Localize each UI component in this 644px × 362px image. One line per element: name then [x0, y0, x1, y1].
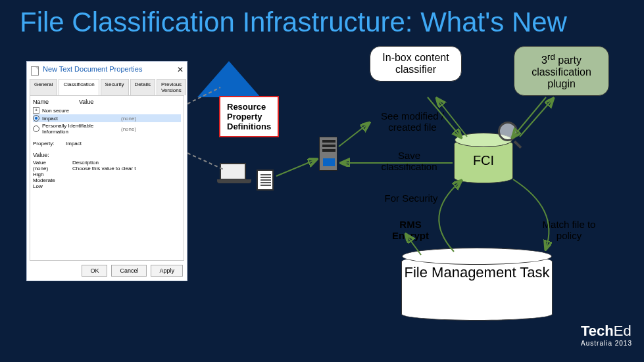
tab-classification[interactable]: Classification	[59, 79, 99, 95]
page-title: File Classification Infrastructure: What…	[0, 0, 644, 38]
prop-value: (none)	[121, 126, 136, 132]
tab-security[interactable]: Security	[101, 79, 129, 95]
value-label: Value:	[33, 152, 181, 158]
see-modified-label: See modified / created file	[366, 110, 458, 133]
value-option[interactable]: Low	[33, 183, 181, 189]
classification-panel: Name Value + Non secure Impact (none) Pe…	[30, 95, 184, 261]
fci-label: FCI	[454, 153, 513, 168]
save-classification-label: Save classification	[373, 150, 445, 172]
prop-name: Impact	[42, 116, 121, 122]
file-management-task-label: File Management Task	[401, 265, 553, 281]
value-option[interactable]: (none)Choose this value to clear t	[33, 166, 181, 171]
opt-col-value: Value	[33, 160, 72, 166]
close-icon[interactable]: ✕	[177, 65, 184, 74]
prop-value: (none)	[121, 116, 136, 122]
rms-encrypt-label: RMS Encrypt	[387, 219, 433, 241]
file-icon	[257, 170, 274, 191]
prop-row[interactable]: Impact (none)	[33, 114, 181, 122]
value-option[interactable]: High	[33, 171, 181, 177]
magnifier-icon	[498, 122, 518, 141]
ok-button[interactable]: OK	[82, 265, 107, 277]
svg-line-3	[339, 124, 368, 147]
laptop-icon	[217, 163, 249, 185]
server-icon	[319, 137, 337, 171]
property-label: Property:	[33, 141, 66, 147]
col-value: Value	[79, 99, 93, 105]
value-option[interactable]: Moderate	[33, 177, 181, 183]
for-security-label: For Security	[375, 192, 447, 204]
properties-dialog: New Text Document Properties ✕ General C…	[26, 61, 187, 281]
prop-row[interactable]: Personally Identifiable Information (non…	[33, 122, 181, 135]
tab-general[interactable]: General	[30, 79, 57, 95]
col-name: Name	[33, 99, 79, 105]
prop-name: Non secure	[42, 108, 121, 114]
value-options: Value Description (none)Choose this valu…	[33, 160, 181, 189]
prop-row[interactable]: + Non secure	[33, 106, 181, 114]
tab-previous-versions[interactable]: Previous Versions	[157, 79, 186, 95]
dialog-title: New Text Document Properties	[27, 62, 187, 76]
match-policy-label: Match file to policy	[530, 219, 608, 241]
property-value: Impact	[66, 141, 82, 147]
tab-strip: General Classification Security Details …	[30, 79, 184, 95]
apply-button[interactable]: Apply	[151, 265, 183, 277]
thirdparty-plugin-node: 3rd party classification plugin	[514, 46, 609, 96]
teched-brand: TechEd Australia 2013	[581, 323, 632, 347]
diagram-canvas: New Text Document Properties ✕ General C…	[0, 38, 644, 353]
prop-name: Personally Identifiable Information	[42, 123, 121, 135]
tab-details[interactable]: Details	[130, 79, 155, 95]
svg-line-2	[276, 160, 316, 176]
cancel-button[interactable]: Cancel	[111, 265, 147, 277]
radio-icon[interactable]	[33, 125, 39, 132]
resource-property-definitions-callout: Resource Property Definitions	[219, 96, 279, 137]
opt-col-desc: Description	[72, 160, 99, 166]
svg-line-6	[513, 97, 546, 137]
inbox-classifier-node: In-box content classifier	[370, 46, 462, 81]
triangle-shape	[197, 61, 260, 97]
document-icon	[31, 66, 39, 76]
expand-icon[interactable]: +	[33, 107, 39, 114]
radio-icon[interactable]	[33, 115, 39, 122]
svg-line-7	[520, 99, 553, 137]
